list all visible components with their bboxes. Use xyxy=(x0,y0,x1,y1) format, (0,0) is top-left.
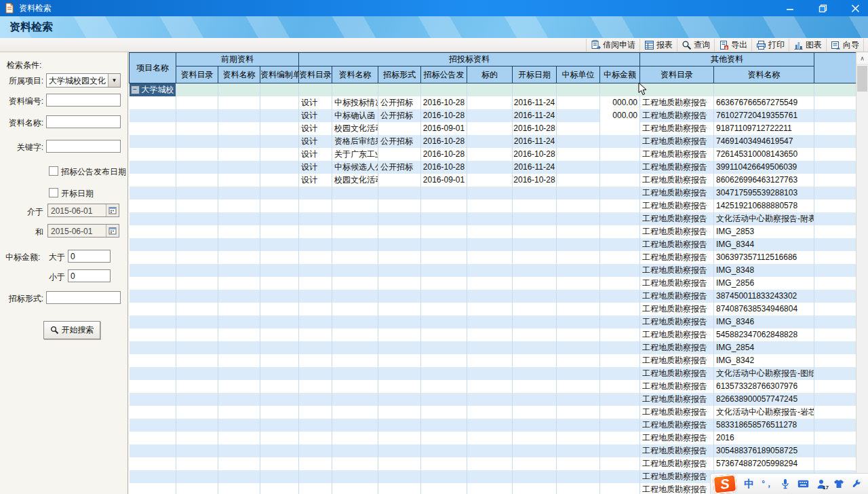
table-cell[interactable] xyxy=(814,457,856,470)
table-cell[interactable] xyxy=(260,187,299,200)
table-cell[interactable] xyxy=(814,444,856,457)
calendar-icon[interactable] xyxy=(106,225,119,237)
date-from-field[interactable]: 2015-06-01 xyxy=(47,204,119,217)
table-row[interactable]: 工程地质勘察报告IMG_8348 xyxy=(130,264,856,277)
table-cell[interactable] xyxy=(557,200,600,212)
table-cell[interactable] xyxy=(513,470,557,483)
table-cell[interactable] xyxy=(513,212,557,225)
table-cell[interactable] xyxy=(513,328,557,341)
table-cell[interactable] xyxy=(378,290,421,303)
table-cell[interactable] xyxy=(299,212,332,225)
keyboard-icon[interactable] xyxy=(797,480,809,488)
table-cell[interactable]: 91871109712722211 xyxy=(714,122,814,135)
table-cell[interactable] xyxy=(814,316,856,328)
table-cell[interactable] xyxy=(600,354,640,367)
table-cell[interactable] xyxy=(814,264,856,277)
table-cell[interactable] xyxy=(260,444,299,457)
export-button[interactable]: 导出 xyxy=(715,39,752,52)
table-cell[interactable]: 公开招标 xyxy=(378,161,421,174)
keyword-input[interactable] xyxy=(46,140,121,153)
table-cell[interactable]: 工程地质勘察报告 xyxy=(640,122,714,135)
table-cell[interactable] xyxy=(299,457,332,470)
table-cell[interactable] xyxy=(299,225,332,238)
table-cell[interactable] xyxy=(260,380,299,393)
table-cell[interactable] xyxy=(260,161,299,174)
table-row[interactable]: 工程地质勘察报告IMG_8346 xyxy=(130,316,856,328)
table-cell[interactable] xyxy=(378,187,421,200)
table-cell[interactable] xyxy=(130,316,176,328)
table-cell[interactable] xyxy=(513,316,557,328)
table-cell[interactable]: 2016-10-28 xyxy=(513,174,557,187)
table-cell[interactable] xyxy=(332,264,378,277)
table-cell[interactable]: 2016-09-01 xyxy=(421,174,467,187)
table-cell[interactable] xyxy=(814,187,856,200)
table-cell[interactable] xyxy=(814,251,856,264)
table-cell[interactable] xyxy=(557,135,600,148)
table-cell[interactable] xyxy=(176,238,218,251)
table-row[interactable]: 设计校园文化活动2016-09-012016-10-28工程地质勘察报告9187… xyxy=(130,122,856,135)
table-cell[interactable] xyxy=(218,419,260,432)
table-cell[interactable] xyxy=(600,380,640,393)
table-cell[interactable]: 583318658576511278 xyxy=(714,419,814,432)
table-cell[interactable] xyxy=(260,135,299,148)
table-cell[interactable] xyxy=(600,174,640,187)
table-cell[interactable]: 工程地质勘察报告 xyxy=(640,161,714,174)
minimize-button[interactable] xyxy=(783,2,797,14)
table-cell[interactable] xyxy=(600,367,640,380)
borrow-request-button[interactable]: 借阅申请 xyxy=(586,39,640,52)
table-cell[interactable] xyxy=(378,483,421,494)
table-cell[interactable]: 2016-10-28 xyxy=(513,148,557,161)
table-cell[interactable] xyxy=(467,367,513,380)
table-cell[interactable] xyxy=(421,83,467,97)
table-cell[interactable] xyxy=(421,341,467,354)
table-cell[interactable] xyxy=(557,109,600,122)
table-cell[interactable] xyxy=(176,444,218,457)
amount-lt-input[interactable] xyxy=(68,269,111,282)
table-cell[interactable]: 关于广东工业 xyxy=(332,148,378,161)
table-cell[interactable] xyxy=(260,264,299,277)
table-cell[interactable] xyxy=(557,148,600,161)
table-cell[interactable] xyxy=(260,83,299,97)
table-cell[interactable] xyxy=(218,470,260,483)
table-cell[interactable]: 工程地质勘察报告 xyxy=(640,225,714,238)
table-cell[interactable]: 826638900057747245 xyxy=(714,393,814,406)
table-cell[interactable] xyxy=(332,444,378,457)
table-cell[interactable]: 工程地质勘察报告 xyxy=(640,174,714,187)
table-cell[interactable] xyxy=(332,251,378,264)
table-cell[interactable] xyxy=(467,444,513,457)
table-cell[interactable] xyxy=(260,277,299,290)
table-cell[interactable]: 设计 xyxy=(299,122,332,135)
table-cell[interactable]: 设计 xyxy=(299,161,332,174)
table-cell[interactable] xyxy=(378,393,421,406)
table-cell[interactable] xyxy=(299,316,332,328)
table-cell[interactable] xyxy=(814,303,856,316)
table-cell[interactable] xyxy=(332,470,378,483)
table-cell[interactable] xyxy=(176,316,218,328)
table-cell[interactable]: 文化活动中心勘察报告-附表 xyxy=(714,212,814,225)
table-cell[interactable] xyxy=(814,83,856,97)
table-cell[interactable] xyxy=(467,470,513,483)
table-cell[interactable] xyxy=(299,251,332,264)
table-cell[interactable] xyxy=(600,187,640,200)
table-cell[interactable] xyxy=(513,483,557,494)
table-cell[interactable] xyxy=(260,406,299,419)
table-cell[interactable] xyxy=(130,483,176,494)
table-cell[interactable] xyxy=(299,367,332,380)
table-row[interactable]: 工程地质勘察报告304717595539288103 xyxy=(130,187,856,200)
table-cell[interactable] xyxy=(218,483,260,494)
table-cell[interactable] xyxy=(513,367,557,380)
table-cell[interactable] xyxy=(557,470,600,483)
table-cell[interactable]: 工程地质勘察报告 xyxy=(640,200,714,212)
table-cell[interactable] xyxy=(557,406,600,419)
table-cell[interactable]: 设计 xyxy=(299,109,332,122)
table-cell[interactable] xyxy=(176,419,218,432)
table-cell[interactable] xyxy=(600,432,640,444)
table-cell[interactable] xyxy=(218,83,260,97)
table-row[interactable]: 工程地质勘察报告387450011833243302 xyxy=(130,290,856,303)
table-cell[interactable] xyxy=(378,432,421,444)
table-cell[interactable] xyxy=(378,122,421,135)
table-cell[interactable] xyxy=(299,432,332,444)
table-cell[interactable]: 工程地质勘察报告 xyxy=(640,470,714,483)
table-cell[interactable] xyxy=(467,316,513,328)
table-cell[interactable] xyxy=(378,303,421,316)
